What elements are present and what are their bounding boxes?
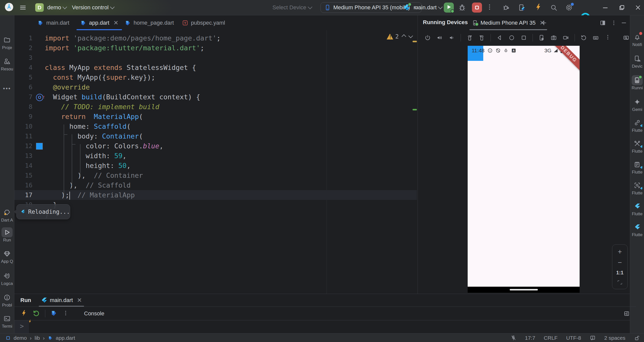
- emulator-screen[interactable]: 11:48 A 3G DEBUG: [468, 46, 580, 287]
- sidebar-item-notifications[interactable]: Notifi: [630, 32, 644, 47]
- tab-main-dart[interactable]: main.dart: [37, 15, 69, 30]
- sidebar-item-flutter-inspector[interactable]: Flutte: [630, 159, 644, 175]
- window-minimize-button[interactable]: [602, 4, 609, 11]
- overriding-method-gutter-icon[interactable]: O: [36, 94, 43, 101]
- window-close-button[interactable]: [634, 4, 641, 11]
- hot-restart-icon[interactable]: [32, 310, 40, 317]
- device-settings-icon[interactable]: [538, 34, 545, 41]
- code-line-1[interactable]: 1import 'package:demo/pages/home_page.da…: [14, 33, 417, 43]
- sidebar-item-flutter-performance[interactable]: Flutte: [630, 139, 644, 154]
- stop-button[interactable]: [472, 3, 482, 13]
- virtual-keyboard-icon[interactable]: [592, 34, 599, 41]
- reset-icon[interactable]: [580, 34, 587, 41]
- caret-position[interactable]: 17:7: [525, 335, 535, 341]
- window-restore-button[interactable]: [618, 4, 625, 11]
- dart-icon[interactable]: [50, 310, 57, 318]
- screenshot-icon[interactable]: [550, 34, 557, 41]
- sidebar-item-flutter-coverage[interactable]: Flutte: [630, 201, 644, 217]
- code-line-9[interactable]: 9 return MaterialApp(: [14, 112, 417, 121]
- code-line-14[interactable]: 14 height: 50,: [14, 161, 417, 170]
- project-selector[interactable]: demo: [47, 4, 66, 11]
- code-line-15[interactable]: 15 ), // Container: [14, 170, 417, 180]
- code-line-18[interactable]: 18 }: [14, 200, 417, 210]
- inspection-highlight-icon[interactable]: [590, 335, 596, 341]
- console-output[interactable]: >: [14, 320, 630, 334]
- console-prompt[interactable]: >: [20, 322, 24, 330]
- sidebar-item-device-manager[interactable]: Devic: [630, 54, 644, 69]
- warning-stripe-mark[interactable]: [413, 41, 417, 42]
- console-label[interactable]: Console: [84, 310, 104, 317]
- chevron-down-icon[interactable]: [408, 33, 413, 38]
- new-tab-button[interactable]: [540, 19, 547, 26]
- breadcrumb-file[interactable]: app.dart: [56, 335, 75, 341]
- panel-options-button[interactable]: [611, 20, 617, 27]
- code-line-8[interactable]: 8 // TODO: implement build: [14, 102, 417, 112]
- code-line-3[interactable]: 3: [14, 53, 417, 63]
- pin-disabled-icon[interactable]: [510, 335, 516, 341]
- volume-up-icon[interactable]: [436, 34, 443, 41]
- settings-gear-icon[interactable]: [565, 4, 573, 12]
- zoom-in-button[interactable]: +: [618, 248, 622, 255]
- breadcrumb-project[interactable]: demo: [14, 335, 27, 341]
- sidebar-item-dart-analysis[interactable]: Dart A: [0, 207, 14, 223]
- rotate-right-icon[interactable]: [478, 34, 485, 41]
- console-layout-icon[interactable]: [623, 310, 630, 317]
- more-actions-button[interactable]: [486, 4, 493, 12]
- close-tab-icon[interactable]: ✕: [113, 19, 118, 26]
- gesture-pill[interactable]: [510, 289, 538, 290]
- volume-down-icon[interactable]: [449, 34, 455, 41]
- more-tool-windows-button[interactable]: •••: [0, 85, 14, 92]
- vcs-change-stripe-mark[interactable]: [413, 109, 417, 110]
- breadcrumb-dir[interactable]: lib: [35, 335, 40, 341]
- zoom-out-button[interactable]: −: [618, 259, 622, 266]
- tab-home-page-dart[interactable]: home_page.dart: [125, 15, 174, 30]
- sidebar-item-flutter-outline[interactable]: Flutte: [630, 180, 644, 196]
- code-line-19[interactable]: 19}: [14, 210, 417, 220]
- code-line-2[interactable]: 2import 'package:flutter/material.dart';: [14, 43, 417, 53]
- version-control-menu[interactable]: Version control: [72, 4, 114, 11]
- run-session-tab[interactable]: main.dart ✕: [41, 294, 82, 307]
- code-line-4[interactable]: 4class MyApp extends StatelessWidget {: [14, 63, 417, 72]
- debug-button[interactable]: [458, 4, 466, 11]
- sidebar-item-gemini[interactable]: Gemi: [630, 97, 644, 112]
- code-line-11[interactable]: 11 body: Container(: [14, 131, 417, 141]
- tab-app-dart[interactable]: app.dart ✕: [80, 15, 118, 30]
- rotate-left-icon[interactable]: [466, 34, 473, 41]
- sidebar-item-resource-manager[interactable]: Resou: [0, 56, 14, 72]
- code-line-7[interactable]: 7O Widget build(BuildContext context) {: [14, 92, 417, 102]
- sidebar-item-flutter-extra[interactable]: Flutte: [630, 222, 644, 237]
- overview-icon[interactable]: [520, 34, 527, 41]
- hide-panel-button[interactable]: [621, 20, 627, 26]
- indent-setting[interactable]: 2 spaces: [604, 335, 625, 341]
- code-line-13[interactable]: 13 width: 59,: [14, 151, 417, 161]
- code-line-6[interactable]: 6 @override: [14, 82, 417, 92]
- line-separator[interactable]: CRLF: [544, 335, 558, 341]
- fit-screen-icon[interactable]: [623, 34, 629, 41]
- code-line-16[interactable]: 16 ), // Scaffold: [14, 180, 417, 190]
- code-line-12[interactable]: 12 color: Colors.blue,: [14, 141, 417, 151]
- sidebar-item-terminal[interactable]: Termi: [0, 314, 14, 329]
- sidebar-item-running-devices[interactable]: Runni: [630, 75, 644, 91]
- search-everywhere-icon[interactable]: [550, 4, 557, 11]
- code-line-5[interactable]: 5 const MyApp({super.key});: [14, 72, 417, 82]
- code-line-10[interactable]: 10 home: Scaffold(: [14, 121, 417, 131]
- sidebar-item-run[interactable]: Run: [0, 227, 14, 243]
- color-preview-gutter-icon[interactable]: [36, 143, 43, 150]
- inspections-widget[interactable]: 2: [387, 33, 412, 40]
- home-icon[interactable]: [508, 34, 515, 41]
- layout-settings-button[interactable]: [599, 20, 606, 26]
- back-icon[interactable]: [496, 34, 503, 41]
- device-mirror-icon[interactable]: [518, 4, 525, 11]
- sidebar-item-project[interactable]: Proje: [0, 35, 14, 50]
- run-button[interactable]: [444, 3, 454, 13]
- power-icon[interactable]: [424, 34, 431, 41]
- file-encoding[interactable]: UTF-8: [566, 335, 581, 341]
- sidebar-item-logcat[interactable]: Logca: [0, 271, 14, 286]
- zoom-actual-size-button[interactable]: 1:1: [616, 270, 624, 276]
- hot-reload-icon[interactable]: [20, 310, 27, 318]
- screen-record-icon[interactable]: [562, 34, 569, 41]
- chevron-up-icon[interactable]: [401, 34, 406, 39]
- device-tab[interactable]: Medium Phone API 35 ✕: [472, 15, 545, 30]
- code-editor[interactable]: 1import 'package:demo/pages/home_page.da…: [14, 30, 417, 294]
- attach-debugger-icon[interactable]: [503, 4, 510, 11]
